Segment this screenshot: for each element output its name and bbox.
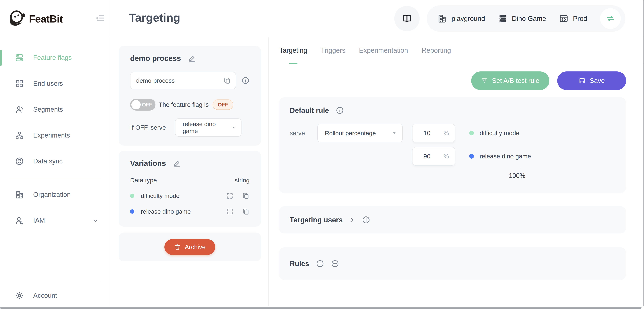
percentage-input[interactable] <box>417 153 437 160</box>
iam-icon <box>15 216 24 225</box>
end-users-icon <box>15 79 24 88</box>
default-rule-title: Default rule <box>290 106 329 115</box>
if-off-serve-label: If OFF, serve <box>130 124 166 131</box>
copy-icon[interactable] <box>224 77 231 84</box>
rules-title: Rules <box>290 260 309 268</box>
sidebar-header: FeatBit <box>0 0 109 38</box>
building-icon <box>438 14 447 23</box>
tab-experimentation[interactable]: Experimentation <box>359 37 408 64</box>
data-sync-icon <box>15 157 24 166</box>
info-icon[interactable] <box>336 106 344 115</box>
add-rule-icon[interactable] <box>331 259 339 268</box>
serve-label: serve <box>290 130 317 137</box>
sidebar-collapse-icon[interactable] <box>96 14 105 23</box>
flag-tabs: Targeting Triggers Experimentation Repor… <box>269 37 644 64</box>
variation-color-dot <box>469 131 474 135</box>
documentation-button[interactable] <box>394 6 420 31</box>
save-icon <box>579 77 586 84</box>
sidebar-item-organization[interactable]: Organization <box>0 182 109 208</box>
data-type-label: Data type <box>130 177 157 184</box>
server-stack-icon <box>498 14 507 23</box>
sidebar-item-feature-flags[interactable]: Feature flags <box>0 45 109 71</box>
env-selector[interactable]: Prod <box>559 14 587 23</box>
flag-name: demo process <box>130 54 181 63</box>
sidebar-item-iam[interactable]: IAM <box>0 208 109 233</box>
flag-key-input[interactable] <box>136 77 224 84</box>
edit-variations-icon[interactable] <box>173 159 181 167</box>
expand-icon[interactable] <box>226 192 234 199</box>
environment-selector: playground Dino Game Prod <box>427 5 626 32</box>
targeting-users-card[interactable]: Targeting users <box>279 206 626 233</box>
sidebar-footer: Account <box>0 282 109 309</box>
percentage-input[interactable] <box>417 130 437 137</box>
rules-card: Rules <box>279 247 626 280</box>
product-selector[interactable]: Dino Game <box>498 14 546 23</box>
info-icon[interactable] <box>316 259 324 268</box>
caret-down-icon <box>231 125 236 130</box>
tab-reporting[interactable]: Reporting <box>422 37 451 64</box>
flag-status-text: The feature flag is <box>159 101 209 108</box>
targeting-content: Set A/B test rule Save Default rule serv… <box>269 64 644 306</box>
variation-color-dot <box>130 209 134 214</box>
flag-summary-column: demo process OFF The feature flag is OFF… <box>119 46 261 261</box>
sidebar-item-segments[interactable]: Segments <box>0 96 109 122</box>
flag-info-card: demo process OFF The feature flag is OFF… <box>119 46 261 146</box>
copy-icon[interactable] <box>242 208 250 215</box>
actions-row: Set A/B test rule Save <box>279 72 626 90</box>
serve-type-select[interactable]: Rollout percentage <box>317 124 403 142</box>
variation-color-dot <box>130 194 134 198</box>
variations-card: Variations Data type string difficulty m… <box>119 151 261 227</box>
header-controls: playground Dino Game Prod <box>394 5 626 32</box>
code-window-icon <box>559 14 568 23</box>
book-icon <box>402 14 412 24</box>
sidebar-item-data-sync[interactable]: Data sync <box>0 148 109 174</box>
expand-icon[interactable] <box>226 208 234 215</box>
variation-row: difficulty mode <box>130 192 250 199</box>
copy-icon[interactable] <box>242 192 250 199</box>
sidebar-item-account[interactable]: Account <box>0 282 109 309</box>
archive-button[interactable]: Archive <box>164 239 215 255</box>
page-title: Targeting <box>129 11 180 24</box>
rollout-row: % release dino game <box>412 147 531 166</box>
info-icon[interactable] <box>241 77 250 85</box>
status-badge: OFF <box>212 100 233 110</box>
chevron-down-icon <box>92 217 98 224</box>
sidebar-nav: Feature flags End users Segments Experim… <box>0 45 109 233</box>
horizontal-scrollbar[interactable] <box>0 307 642 309</box>
segments-icon <box>15 105 24 114</box>
sidebar-item-end-users[interactable]: End users <box>0 71 109 96</box>
chevron-right-icon <box>349 217 355 223</box>
set-ab-test-rule-button[interactable]: Set A/B test rule <box>471 72 549 90</box>
percentage-field: % <box>412 124 455 142</box>
edit-flag-name-icon[interactable] <box>188 55 196 62</box>
swap-arrows-icon <box>606 14 615 23</box>
targeting-users-title: Targeting users <box>290 216 343 224</box>
info-icon[interactable] <box>362 216 370 224</box>
product-name: Dino Game <box>512 15 546 23</box>
off-variation-select[interactable]: release dino game <box>175 118 242 137</box>
vertical-scrollbar[interactable] <box>643 0 644 306</box>
flag-enabled-toggle[interactable]: OFF <box>130 99 156 111</box>
tab-triggers[interactable]: Triggers <box>321 37 346 64</box>
default-rule-card: Default rule serve Rollout percentage % … <box>279 97 626 193</box>
sidebar-divider <box>8 178 100 178</box>
sidebar: FeatBit Feature flags End users Segments… <box>0 0 110 309</box>
rollout-total: 100% <box>509 172 525 179</box>
rollout-total-divider <box>443 168 520 168</box>
project-selector[interactable]: playground <box>438 14 485 23</box>
experiments-icon <box>15 131 24 140</box>
archive-card: Archive <box>119 232 261 261</box>
toggle-label: OFF <box>142 102 152 108</box>
active-indicator <box>0 50 2 66</box>
variations-title: Variations <box>130 159 166 168</box>
gear-icon <box>15 291 24 300</box>
tab-targeting[interactable]: Targeting <box>279 37 307 64</box>
sidebar-item-experiments[interactable]: Experiments <box>0 122 109 148</box>
featbit-logo-icon <box>8 9 26 27</box>
switch-environment-button[interactable] <box>600 8 621 29</box>
rollout-list: % difficulty mode % release dino game <box>412 124 531 166</box>
project-name: playground <box>452 15 485 23</box>
rollout-row: % difficulty mode <box>412 124 531 142</box>
organization-icon <box>15 190 24 199</box>
save-button[interactable]: Save <box>557 72 626 90</box>
